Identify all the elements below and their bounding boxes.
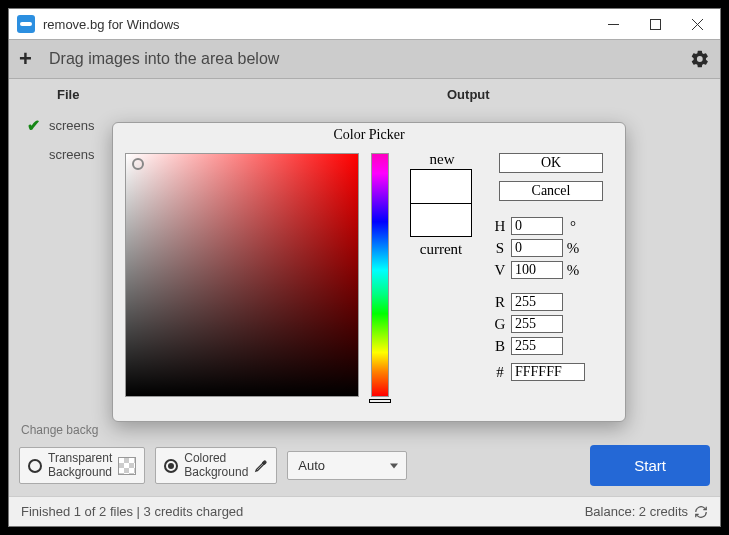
titlebar: remove.bg for Windows (9, 9, 720, 39)
b-label: B (489, 338, 511, 355)
v-input[interactable] (511, 261, 563, 279)
s-input[interactable] (511, 239, 563, 257)
radio-icon (28, 459, 42, 473)
checker-icon (118, 457, 136, 475)
maximize-button[interactable] (634, 10, 676, 38)
status-left: Finished 1 of 2 files | 3 credits charge… (21, 504, 585, 519)
option-label: Transparent Background (48, 452, 112, 478)
hex-input[interactable] (511, 363, 585, 381)
new-label: new (415, 151, 469, 168)
size-value: Auto (298, 458, 325, 473)
option-label: Colored Background (184, 452, 248, 478)
pct-unit: % (563, 262, 583, 279)
v-label: V (489, 262, 511, 279)
cancel-button[interactable]: Cancel (499, 181, 603, 201)
r-input[interactable] (511, 293, 563, 311)
refresh-icon[interactable] (694, 505, 708, 519)
hex-label: # (489, 364, 511, 381)
hue-indicator-icon (369, 399, 391, 403)
r-label: R (489, 294, 511, 311)
b-input[interactable] (511, 337, 563, 355)
svg-rect-1 (650, 19, 660, 29)
close-button[interactable] (676, 10, 718, 38)
eyedropper-icon[interactable] (254, 459, 268, 473)
saturation-value-area[interactable] (125, 153, 359, 397)
g-input[interactable] (511, 315, 563, 333)
app-logo-icon (17, 15, 35, 33)
start-button[interactable]: Start (590, 445, 710, 486)
s-label: S (489, 240, 511, 257)
radio-icon (164, 459, 178, 473)
pct-unit: % (563, 240, 583, 257)
statusbar: Finished 1 of 2 files | 3 credits charge… (9, 496, 720, 526)
color-picker-dialog: Color Picker new current OK Cancel H° S%… (112, 122, 626, 422)
h-label: H (489, 218, 511, 235)
status-right: Balance: 2 credits (585, 504, 688, 519)
options-row: Transparent Background Colored Backgroun… (9, 441, 720, 496)
sv-cursor-icon (132, 158, 144, 170)
current-label: current (408, 241, 474, 258)
minimize-button[interactable] (592, 10, 634, 38)
size-select[interactable]: Auto (287, 451, 407, 480)
ok-button[interactable]: OK (499, 153, 603, 173)
h-input[interactable] (511, 217, 563, 235)
g-label: G (489, 316, 511, 333)
swatch-divider (410, 203, 472, 204)
transparent-bg-option[interactable]: Transparent Background (19, 447, 145, 483)
colored-bg-option[interactable]: Colored Background (155, 447, 277, 483)
color-fields: H° S% V% R G B # (489, 213, 585, 381)
bottom-panel: Change backg Transparent Background Colo… (9, 419, 720, 496)
window-title: remove.bg for Windows (43, 17, 592, 32)
hue-slider[interactable] (371, 153, 389, 397)
deg-unit: ° (563, 218, 583, 235)
dialog-title: Color Picker (113, 123, 625, 153)
change-bg-label: Change backg (9, 419, 720, 441)
